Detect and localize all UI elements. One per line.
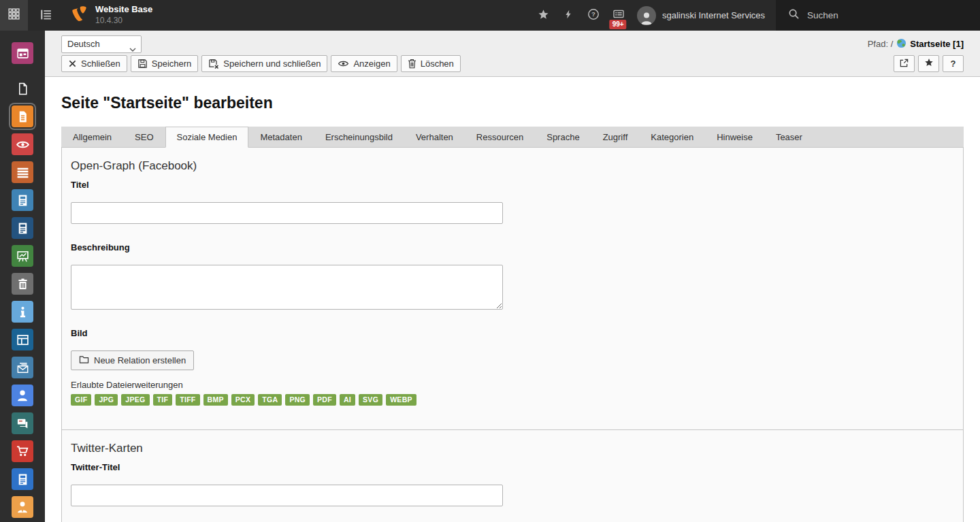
allowed-extensions-label: Erlaubte Dateierweiterungen — [71, 380, 954, 390]
og-description-label: Beschreibung — [71, 242, 954, 252]
info-icon — [16, 306, 29, 319]
tab-seo[interactable]: SEO — [123, 127, 165, 148]
module-body: Deutsch Pfad: / Startseite [1] — [45, 31, 980, 522]
module-page[interactable] — [12, 78, 33, 99]
username: sgalinski Internet Services — [662, 10, 765, 20]
twitter-title-label: Twitter-Titel — [71, 462, 954, 472]
person-icon — [16, 389, 29, 402]
module-list[interactable] — [12, 161, 33, 183]
trash-icon — [16, 278, 29, 291]
module-dashboard[interactable] — [12, 42, 33, 64]
module-comments[interactable] — [12, 412, 33, 434]
person-tie-icon — [16, 500, 29, 514]
tab-hinweise[interactable]: Hinweise — [705, 127, 764, 148]
delete-icon — [408, 59, 416, 69]
new-relation-button[interactable]: Neue Relation erstellen — [71, 350, 194, 370]
language-select[interactable]: Deutsch — [61, 35, 142, 53]
tab-soziale-medien[interactable]: Soziale Medien — [165, 127, 249, 148]
toolbar-list-button[interactable] — [31, 0, 61, 31]
file-ext-badge: SVG — [359, 394, 382, 406]
close-button[interactable]: Schließen — [61, 55, 127, 72]
button-label: Schließen — [81, 59, 120, 69]
tab-erscheinungsbild[interactable]: Erscheinungsbild — [314, 127, 404, 148]
delete-button[interactable]: Löschen — [401, 55, 461, 72]
new-window-icon — [899, 58, 909, 70]
file-ext-badge: PDF — [313, 394, 336, 406]
eye-icon — [16, 137, 30, 152]
modulemenu-toggle-button[interactable] — [0, 0, 28, 31]
twitter-title-input[interactable] — [71, 485, 503, 506]
module-news-admin[interactable] — [12, 468, 33, 490]
module-forms[interactable] — [12, 357, 33, 378]
brand[interactable]: Website Base 10.4.30 — [70, 4, 152, 26]
file-ext-badge: GIF — [71, 394, 91, 406]
user-menu[interactable]: sgalinski Internet Services — [632, 0, 776, 31]
document-icon — [16, 110, 29, 123]
allowed-extensions: GIFJPGJPEGTIFTIFFBMPPCXTGAPNGPDFAISVGWEB… — [71, 394, 954, 406]
open-in-new-window-button[interactable] — [894, 55, 915, 72]
module-shop[interactable] — [12, 440, 33, 462]
module-info[interactable] — [12, 301, 33, 323]
typo3-version: 10.4.30 — [95, 16, 152, 27]
folder-icon — [79, 355, 89, 366]
chat-icon — [16, 417, 29, 430]
og-title-input[interactable] — [71, 202, 503, 224]
close-icon — [68, 59, 77, 68]
tab-ressourcen[interactable]: Ressourcen — [465, 127, 535, 148]
topbar: Website Base 10.4.30 ? 99+ — [0, 0, 980, 31]
search-input[interactable] — [807, 10, 943, 20]
tab-sprache[interactable]: Sprache — [535, 127, 591, 148]
help-button[interactable]: ? — [581, 0, 606, 31]
save-button[interactable]: Speichern — [131, 55, 199, 72]
tab-bar: AllgemeinSEOSoziale MedienMetadatenErsch… — [61, 127, 964, 148]
cart-icon — [16, 444, 29, 458]
view-button[interactable]: Anzeigen — [331, 55, 397, 72]
globe-icon — [896, 38, 906, 50]
tab-metadaten[interactable]: Metadaten — [248, 127, 313, 148]
star-filled-icon — [924, 58, 934, 69]
save-close-button[interactable]: Speichern und schließen — [201, 55, 327, 72]
tab-allgemein[interactable]: Allgemein — [61, 127, 123, 148]
article-icon — [16, 194, 29, 207]
star-icon — [538, 9, 549, 22]
button-label: Speichern und schließen — [223, 59, 321, 69]
breadcrumb-page[interactable]: Startseite [1] — [910, 39, 964, 49]
og-image-label: Bild — [71, 328, 954, 338]
module-content[interactable] — [12, 105, 33, 127]
search-icon — [788, 8, 800, 22]
tab-kategorien[interactable]: Kategorien — [639, 127, 705, 148]
module-backend-users[interactable] — [12, 385, 33, 406]
file-ext-badge: TIFF — [176, 394, 199, 406]
bookmarks-button[interactable] — [531, 0, 556, 31]
module-news[interactable] — [12, 189, 33, 211]
bookmark-button[interactable] — [918, 55, 939, 72]
toolbar-search[interactable] — [776, 0, 980, 31]
og-title-label: Titel — [71, 180, 954, 190]
layout-icon — [16, 333, 29, 346]
dashboard-icon — [16, 47, 29, 60]
module-reports[interactable] — [12, 245, 33, 267]
docheader: Deutsch Pfad: / Startseite [1] — [45, 31, 980, 77]
system-information-button[interactable]: 99+ — [606, 0, 632, 31]
module-records[interactable] — [12, 217, 33, 239]
clear-cache-button[interactable] — [556, 0, 581, 31]
notification-count-badge: 99+ — [610, 20, 627, 29]
svg-text:?: ? — [592, 10, 596, 18]
save-close-icon — [208, 59, 219, 69]
save-icon — [137, 59, 148, 69]
module-view[interactable] — [12, 133, 33, 155]
module-frontend-users[interactable] — [12, 496, 33, 518]
page-outline-icon — [16, 82, 29, 95]
module-layouts[interactable] — [12, 329, 33, 350]
tab-teaser[interactable]: Teaser — [764, 127, 814, 148]
file-ext-badge: AI — [340, 394, 355, 406]
module-recycler[interactable] — [12, 273, 33, 295]
og-description-textarea[interactable] — [71, 265, 503, 310]
tab-zugriff[interactable]: Zugriff — [591, 127, 640, 148]
article-icon — [16, 222, 29, 235]
csh-help-button[interactable]: ? — [943, 55, 964, 72]
opengraph-section: Open-Graph (Facebook) Titel Beschreibung… — [62, 148, 963, 429]
section-heading: Open-Graph (Facebook) — [71, 159, 954, 173]
tab-verhalten[interactable]: Verhalten — [404, 127, 465, 148]
file-ext-badge: JPEG — [121, 394, 149, 406]
